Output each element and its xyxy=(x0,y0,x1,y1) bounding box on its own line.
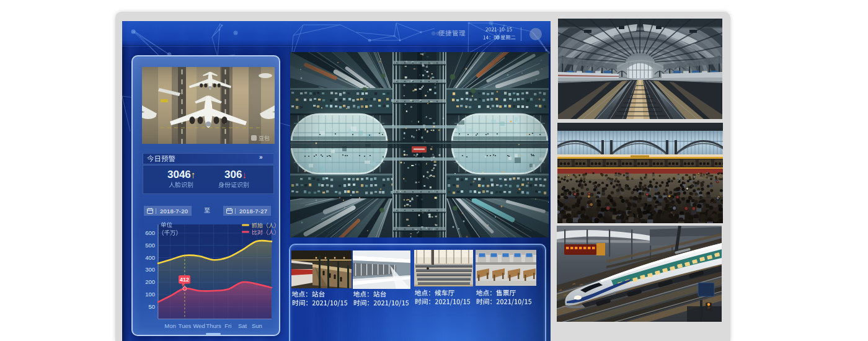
svg-text:300: 300 xyxy=(145,266,155,273)
svg-text:Fri: Fri xyxy=(224,322,231,329)
svg-text:100: 100 xyxy=(145,291,155,298)
svg-text:Tues: Tues xyxy=(179,322,192,329)
svg-text:600: 600 xyxy=(145,229,155,236)
svg-text:Sun: Sun xyxy=(252,322,262,329)
svg-text:Sat: Sat xyxy=(238,322,247,329)
svg-text:Wed: Wed xyxy=(193,322,205,329)
svg-text:500: 500 xyxy=(145,242,155,249)
svg-text:412: 412 xyxy=(180,277,189,283)
svg-text:200: 200 xyxy=(145,278,155,285)
svg-text:Thurs: Thurs xyxy=(206,322,221,329)
svg-text:400: 400 xyxy=(145,254,155,261)
svg-text:Mon: Mon xyxy=(164,322,175,329)
svg-text:50: 50 xyxy=(148,303,155,310)
